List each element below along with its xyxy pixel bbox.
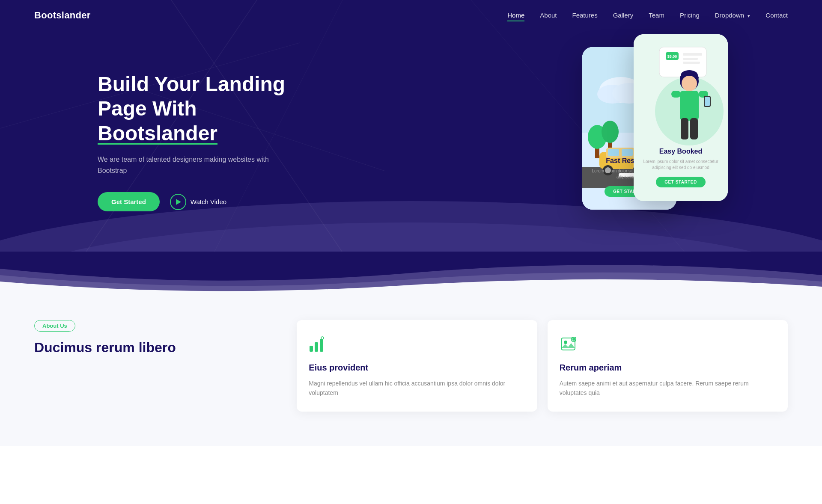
get-started-button[interactable]: Get Started	[98, 192, 160, 211]
image-icon	[560, 335, 776, 354]
about-badge: About Us	[34, 320, 75, 332]
phone-front-label: Easy Booked	[634, 148, 728, 155]
svg-point-46	[682, 76, 697, 91]
dropdown-arrow-icon: ▾	[748, 13, 750, 18]
hero-section: Build Your Landing Page With Bootslander…	[0, 0, 822, 252]
svg-point-60	[564, 341, 567, 344]
nav-contact[interactable]: Contact	[765, 12, 788, 19]
nav-links: Home About Features Gallery Team Pricing…	[507, 12, 788, 19]
svg-point-20	[602, 121, 619, 143]
watch-video-button[interactable]: Watch Video	[170, 194, 226, 210]
chart-icon	[309, 335, 525, 354]
play-icon	[170, 194, 186, 210]
feature-desc-1: Magni repellendus vel ullam hic officia …	[309, 379, 525, 398]
feature-desc-2: Autem saepe animi et aut aspernatur culp…	[560, 379, 776, 398]
about-title: Ducimus rerum libero	[34, 339, 280, 356]
wave-divider	[0, 252, 822, 294]
svg-rect-39	[683, 58, 698, 60]
svg-rect-47	[680, 91, 699, 121]
nav-dropdown[interactable]: Dropdown ▾	[715, 12, 751, 19]
brand-logo[interactable]: Bootslander	[34, 10, 91, 21]
hero-actions: Get Started Watch Video	[98, 192, 291, 211]
svg-rect-32	[622, 149, 633, 156]
phone-front-btn[interactable]: GET STARTED	[656, 177, 705, 187]
watch-video-label: Watch Video	[191, 198, 226, 205]
nav-pricing[interactable]: Pricing	[680, 12, 700, 19]
feature-title-2: Rerum aperiam	[560, 363, 776, 373]
nav-about[interactable]: About	[540, 12, 557, 19]
svg-text:$5.00: $5.00	[667, 54, 677, 59]
svg-rect-40	[683, 62, 700, 64]
svg-rect-53	[690, 118, 698, 139]
hero-content: Build Your Landing Page With Bootslander…	[0, 41, 291, 212]
svg-rect-48	[671, 91, 681, 98]
svg-rect-51	[705, 97, 710, 106]
about-us-column: About Us Ducimus rerum libero	[34, 320, 280, 356]
svg-rect-56	[315, 342, 318, 352]
feature-title-1: Eius provident	[309, 363, 525, 373]
hero-subtitle: We are team of talented designers making…	[98, 154, 277, 176]
svg-point-8	[4, 222, 818, 252]
nav-home[interactable]: Home	[507, 12, 524, 21]
hero-phones: Fast Respon... Lorem ipsum dolor sit ame…	[582, 34, 728, 227]
svg-rect-55	[310, 346, 313, 352]
phone-card-front: $5.00	[634, 34, 728, 201]
play-triangle-icon	[176, 199, 181, 205]
navbar: Bootslander Home About Features Gallery …	[0, 0, 822, 31]
svg-rect-52	[681, 118, 688, 139]
svg-rect-31	[608, 149, 619, 156]
hero-title: Build Your Landing Page With Bootslander	[98, 72, 291, 146]
svg-rect-57	[320, 339, 323, 352]
feature-card-2: Rerum aperiam Autem saepe animi et aut a…	[548, 320, 788, 412]
phone-front-desc: Lorem ipsum dolor sit amet consectetur a…	[634, 159, 728, 171]
phone-front-screen: $5.00	[634, 34, 728, 201]
nav-features[interactable]: Features	[572, 12, 597, 19]
svg-rect-38	[683, 53, 702, 56]
nav-team[interactable]: Team	[649, 12, 664, 19]
feature-cards: Eius provident Magni repellendus vel ull…	[297, 320, 788, 412]
feature-card-1: Eius provident Magni repellendus vel ull…	[297, 320, 537, 412]
nav-gallery[interactable]: Gallery	[613, 12, 634, 19]
lower-section: About Us Ducimus rerum libero Eius provi…	[0, 294, 822, 446]
